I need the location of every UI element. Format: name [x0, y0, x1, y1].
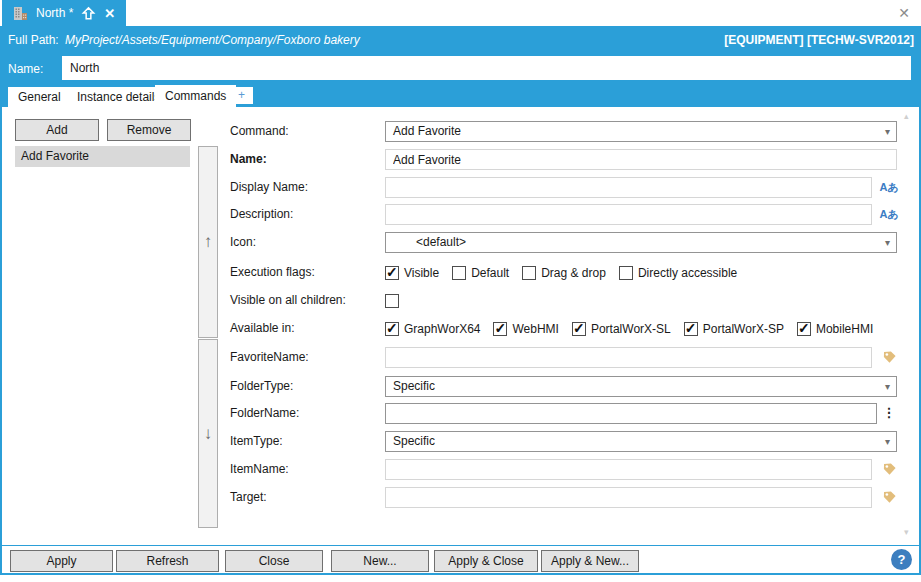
available-in-label: Available in: [230, 321, 295, 335]
down-arrow-icon: ↓ [204, 424, 213, 444]
help-icon[interactable]: ? [891, 549, 912, 570]
visible-all-children-group [385, 293, 399, 309]
checkbox-label: Drag & drop [541, 266, 606, 280]
document-close-icon[interactable]: ✕ [104, 6, 115, 21]
checkbox-portalworx-sp[interactable] [684, 322, 698, 336]
description-label: Description: [230, 207, 293, 221]
browse-ellipsis-icon[interactable]: ⋮ [882, 405, 896, 420]
target-input[interactable] [385, 487, 872, 508]
cmd-name-input[interactable] [385, 149, 897, 170]
pane-close-icon[interactable]: ✕ [894, 3, 914, 23]
move-up-button[interactable]: ↑ [198, 146, 218, 338]
checkbox-label: WebHMI [512, 322, 558, 336]
tab-commands[interactable]: Commands [155, 85, 236, 107]
itemname-label: ItemName: [230, 462, 289, 476]
localize-icon[interactable]: Aあ [879, 204, 899, 224]
checkbox-directly-accessible[interactable] [619, 266, 633, 280]
checkbox-default[interactable] [452, 266, 466, 280]
document-tab-strip: North * ✕ ✕ [0, 0, 921, 26]
tab-strip: General Instance details Commands + [0, 84, 921, 107]
commands-tab-content: Add Remove Add Favorite ↑ ↓ Command: Add… [0, 107, 921, 545]
tag-icon[interactable] [879, 459, 899, 479]
add-command-button[interactable]: Add [15, 119, 99, 141]
itemtype-dropdown[interactable]: Specific ▾ [385, 431, 897, 452]
itemtype-label: ItemType: [230, 434, 283, 448]
itemname-input[interactable] [385, 459, 872, 480]
checkbox-label: PortalWorX-SP [703, 322, 784, 336]
chevron-down-icon: ▾ [885, 233, 890, 252]
checkbox-portalworx-sl[interactable] [572, 322, 586, 336]
up-arrow-icon: ↑ [204, 232, 213, 252]
form-scrollbar[interactable]: ▴ ▾ [902, 109, 914, 539]
scroll-up-icon[interactable]: ▴ [904, 111, 909, 121]
command-dropdown[interactable]: Add Favorite ▾ [385, 121, 897, 142]
itemtype-value: Specific [393, 434, 435, 448]
add-tab-button[interactable]: + [230, 87, 253, 104]
icon-label: Icon: [230, 235, 256, 249]
icon-dropdown[interactable]: <default> ▾ [385, 232, 897, 253]
footer-bar: Apply Refresh Close New... Apply & Close… [0, 545, 921, 575]
checkbox-label: Visible [404, 266, 439, 280]
tag-icon[interactable] [879, 487, 899, 507]
apply-close-button[interactable]: Apply & Close [434, 550, 538, 572]
workbench-property-window: North * ✕ ✕ Full Path: MyProject/Assets/… [0, 0, 921, 582]
full-path-label: Full Path: [8, 33, 59, 47]
close-button[interactable]: Close [225, 550, 323, 572]
document-tab-title: North * [36, 6, 73, 20]
checkbox-label: GraphWorX64 [404, 322, 480, 336]
checkbox-webhmi[interactable] [493, 322, 507, 336]
checkbox-label: MobileHMI [816, 322, 873, 336]
icon-value: <default> [416, 235, 466, 249]
remove-command-button[interactable]: Remove [107, 119, 191, 141]
favoritename-input[interactable] [385, 347, 872, 368]
foldertype-dropdown[interactable]: Specific ▾ [385, 376, 897, 397]
chevron-down-icon: ▾ [885, 377, 890, 396]
header-band: Full Path: MyProject/Assets/Equipment/Co… [0, 26, 921, 84]
display-name-input[interactable] [385, 177, 872, 198]
apply-button[interactable]: Apply [10, 550, 113, 572]
execution-flags-group: Visible Default Drag & drop Directly acc… [385, 265, 737, 281]
tag-icon[interactable] [879, 347, 899, 367]
name-input[interactable] [62, 56, 911, 80]
description-input[interactable] [385, 204, 872, 225]
checkbox-label: PortalWorX-SL [591, 322, 671, 336]
favoritename-label: FavoriteName: [230, 350, 309, 364]
full-path-value: MyProject/Assets/Equipment/Company/Foxbo… [65, 33, 360, 47]
target-label: Target: [230, 490, 267, 504]
scroll-down-icon[interactable]: ▾ [904, 527, 909, 537]
move-down-button[interactable]: ↓ [198, 339, 218, 528]
chevron-down-icon: ▾ [885, 122, 890, 141]
checkbox-mobilehmi[interactable] [797, 322, 811, 336]
foldertype-value: Specific [393, 379, 435, 393]
equipment-building-icon [13, 6, 28, 21]
command-value: Add Favorite [393, 124, 461, 138]
apply-new-button[interactable]: Apply & New... [541, 550, 639, 572]
foldername-input[interactable] [385, 403, 877, 424]
command-label: Command: [230, 124, 289, 138]
available-in-group: GraphWorX64 WebHMI PortalWorX-SL PortalW… [385, 321, 873, 337]
localize-icon[interactable]: Aあ [879, 177, 899, 197]
chevron-down-icon: ▾ [885, 432, 890, 451]
checkbox-drag-drop[interactable] [522, 266, 536, 280]
name-label: Name: [8, 62, 43, 76]
visible-all-children-label: Visible on all children: [230, 293, 346, 307]
new-button[interactable]: New... [331, 550, 429, 572]
document-tab-north[interactable]: North * ✕ [2, 0, 126, 26]
command-list[interactable]: Add Favorite [15, 146, 190, 528]
checkbox-visible[interactable] [385, 266, 399, 280]
context-badges: [EQUIPMENT] [TECHW-SVR2012] [724, 33, 914, 47]
cmd-name-label: Name: [230, 152, 267, 166]
display-name-label: Display Name: [230, 180, 308, 194]
foldername-label: FolderName: [230, 406, 299, 420]
list-item[interactable]: Add Favorite [15, 146, 190, 167]
foldertype-label: FolderType: [230, 379, 293, 393]
promote-up-icon[interactable] [81, 6, 96, 21]
execution-flags-label: Execution flags: [230, 265, 315, 279]
checkbox-visible-on-all-children[interactable] [385, 294, 399, 308]
checkbox-label: Default [471, 266, 509, 280]
tab-general[interactable]: General [8, 87, 71, 107]
checkbox-graphworx64[interactable] [385, 322, 399, 336]
refresh-button[interactable]: Refresh [116, 550, 219, 572]
checkbox-label: Directly accessible [638, 266, 737, 280]
